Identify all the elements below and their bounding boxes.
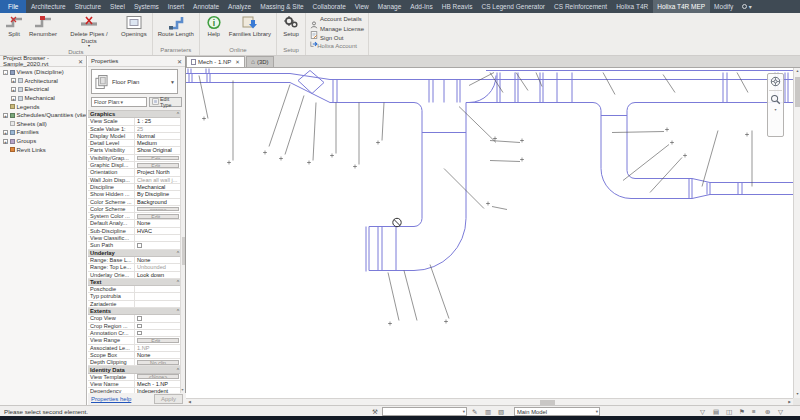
view-tab--3d-[interactable]: ⌂(3D): [246, 56, 274, 67]
property-value[interactable]: Edit...: [137, 156, 179, 161]
ribbon-button-sign-out[interactable]: Sign Out: [310, 34, 364, 42]
duct-line[interactable]: [692, 195, 793, 199]
tree-expander-icon[interactable]: +: [11, 96, 16, 101]
selection-filter-icon[interactable]: ▽: [778, 407, 783, 416]
ribbon-button-route-length[interactable]: Route Length: [156, 14, 196, 39]
ribbon-tab-hb-reavis[interactable]: HB Reavis: [437, 0, 477, 13]
select-by-face-icon[interactable]: ≡: [752, 407, 756, 416]
select-links-icon[interactable]: ◫: [726, 407, 732, 416]
ribbon-button-split[interactable]: Split: [3, 14, 25, 39]
properties-scrollbar[interactable]: [180, 110, 185, 393]
select-pinned-icon[interactable]: ⚑: [739, 407, 745, 416]
edit-type-button[interactable]: Edit Type: [149, 97, 182, 107]
tree-expander-icon[interactable]: -: [3, 70, 8, 75]
navigation-wheel-icon[interactable]: [770, 76, 781, 87]
ribbon-tab-analyze[interactable]: Analyze: [224, 0, 256, 13]
tree-expander-icon[interactable]: +: [3, 130, 8, 135]
property-value[interactable]: None: [135, 220, 181, 226]
duct-line[interactable]: [414, 219, 422, 227]
duct-line[interactable]: [593, 103, 601, 111]
property-value[interactable]: Edit...: [137, 214, 179, 219]
ribbon-button-help[interactable]: iHelp: [203, 14, 225, 39]
ribbon-tab-add-ins[interactable]: Add-Ins: [406, 0, 437, 13]
ribbon-tab-holixa-t4r-mep[interactable]: Holixa T4R MEP: [653, 0, 710, 13]
scrollbar-thumb[interactable]: [182, 237, 186, 265]
duct-line[interactable]: [414, 103, 422, 111]
exclude-options-icon[interactable]: ▽: [700, 407, 705, 416]
checkbox[interactable]: [137, 316, 142, 321]
ribbon-tab-holixa-t4r[interactable]: Holixa T4R: [612, 0, 653, 13]
property-value[interactable]: None: [135, 257, 181, 263]
properties-section-text[interactable]: Text^: [88, 279, 181, 286]
tree-item-families[interactable]: +Families: [0, 128, 86, 137]
tree-item-mechanical[interactable]: +Mechanical: [0, 94, 86, 103]
property-value[interactable]: Mechanical: [135, 184, 181, 190]
ribbon-tab-systems[interactable]: Systems: [129, 0, 163, 13]
tree-item-schedules-quantities-v-echny-[interactable]: +Schedules/Quantities (všechny): [0, 111, 86, 120]
horizontal-scrollbar[interactable]: ◀ ▶: [186, 398, 793, 405]
annotation-leader-line[interactable]: [459, 107, 496, 143]
duct-line[interactable]: [298, 71, 324, 94]
property-value[interactable]: No clip: [137, 360, 179, 365]
ribbon-tab-cs-reinforcement[interactable]: CS Reinforcement: [550, 0, 612, 13]
property-value[interactable]: [135, 323, 181, 329]
checkbox[interactable]: [137, 243, 142, 248]
duct-line[interactable]: [692, 179, 793, 183]
ribbon-button-setup[interactable]: Setup: [280, 14, 302, 39]
gray-inactive-worksets-icon[interactable]: ▥: [485, 407, 491, 416]
ribbon-tab-collaborate[interactable]: Collaborate: [308, 0, 350, 13]
property-value[interactable]: Edit...: [137, 163, 179, 168]
tree-item-revit-links[interactable]: Revit Links: [0, 145, 86, 154]
background-processes-icon[interactable]: ⊛: [765, 407, 770, 416]
duct-line[interactable]: [414, 219, 466, 271]
tree-item-groups[interactable]: +Groups: [0, 137, 86, 146]
annotation-leader-line[interactable]: [430, 265, 449, 319]
worksets-icon[interactable]: ⚒: [372, 407, 378, 416]
annotation-leader-line[interactable]: [663, 75, 675, 93]
property-value[interactable]: Look down: [135, 272, 181, 278]
ribbon-tab-modify[interactable]: Modify: [710, 0, 738, 13]
property-value[interactable]: [135, 301, 181, 307]
chevron-down-icon[interactable]: ▾: [774, 108, 776, 111]
property-value[interactable]: <none>: [137, 207, 179, 212]
annotation-leader-line[interactable]: [269, 85, 290, 147]
ribbon-button-manage-license[interactable]: Manage License: [310, 25, 364, 33]
checkbox[interactable]: [137, 324, 142, 329]
properties-section-extents[interactable]: Extents^: [88, 308, 181, 315]
ribbon-tab-steel[interactable]: Steel: [106, 0, 130, 13]
annotation-leader-line[interactable]: [285, 96, 304, 155]
file-menu-button[interactable]: File: [0, 0, 26, 13]
design-options-dropdown[interactable]: Main Model▾: [514, 407, 600, 416]
property-value[interactable]: Background: [135, 199, 181, 205]
duct-line[interactable]: [290, 74, 330, 80]
annotation-leader-line[interactable]: [313, 103, 316, 161]
tree-item-architectural[interactable]: +Architectural: [0, 77, 86, 86]
annotation-leader-line[interactable]: [388, 273, 399, 321]
annotation-leader-line[interactable]: [490, 161, 520, 162]
close-icon[interactable]: ✕: [177, 58, 182, 65]
properties-section-underlay[interactable]: Underlay^: [88, 250, 181, 257]
ribbon-button-account-details[interactable]: Account Details: [310, 15, 364, 23]
zoom-icon[interactable]: [770, 94, 781, 105]
property-value[interactable]: [135, 330, 181, 336]
property-value[interactable]: [135, 242, 181, 248]
tree-item-electrical[interactable]: +Electrical: [0, 85, 86, 94]
ribbon-button-families-library[interactable]: Families Library: [227, 14, 273, 39]
vertical-scrollbar[interactable]: ▲ ▼: [793, 68, 800, 398]
tree-expander-icon[interactable]: +: [3, 113, 8, 118]
drawing-canvas[interactable]: ▾: [186, 68, 793, 398]
editable-only-icon[interactable]: ✎: [472, 407, 477, 416]
property-value[interactable]: None: [135, 352, 181, 358]
property-value[interactable]: [135, 293, 181, 299]
property-value[interactable]: [135, 235, 181, 241]
ribbon-button-renumber[interactable]: Renumber: [27, 14, 59, 39]
annotation-leader-line[interactable]: [490, 141, 520, 143]
annotation-leader-line[interactable]: [603, 73, 615, 95]
annotation-leader-line[interactable]: [444, 169, 484, 209]
annotation-leader-line[interactable]: [623, 145, 669, 181]
ribbon-tab-insert[interactable]: Insert: [163, 0, 188, 13]
ribbon-display-toggle[interactable]: ▾: [738, 0, 756, 13]
duct-line[interactable]: [290, 83, 330, 103]
instance-selector-dropdown[interactable]: Floor Plan: Mech - 1... ▼: [91, 97, 147, 107]
properties-section-identity-data[interactable]: Identity Data^: [88, 366, 181, 373]
